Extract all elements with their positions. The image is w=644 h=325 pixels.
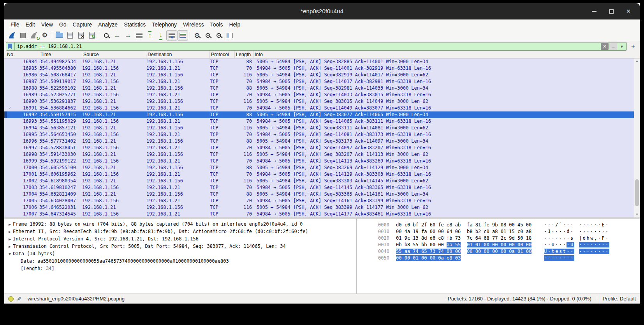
table-row[interactable]: 16985354.495504380192.168.1.156192.168.1…	[4, 65, 640, 72]
menu-item-file[interactable]: File	[7, 20, 23, 29]
table-row[interactable]: 17007354.647324545192.168.1.156192.168.1…	[4, 211, 640, 217]
reload-file-icon[interactable]: ↻	[86, 30, 97, 41]
table-row[interactable]: 16999354.592199122192.168.1.156192.168.1…	[4, 158, 640, 164]
save-file-icon[interactable]	[65, 30, 76, 41]
hex-row[interactable]: 0000d0 c0 bf 2f 60 fe e8 abfa 81 fe 9b 0…	[378, 222, 640, 228]
hex-row[interactable]: 001000 4a 19 fa 00 00 64 06b8 b2 c0 a8 0…	[378, 228, 640, 235]
column-header-time[interactable]: Time	[39, 51, 82, 58]
expert-info-icon[interactable]	[8, 296, 14, 302]
menu-item-tools[interactable]: Tools	[207, 20, 226, 29]
table-row[interactable]: 16996354.577731402192.168.1.21192.168.1.…	[4, 138, 640, 145]
column-header-source[interactable]: Source	[82, 51, 146, 58]
expander-open-icon[interactable]: ▼	[7, 250, 13, 258]
go-forward-icon[interactable]: →	[123, 30, 134, 41]
go-to-top-icon[interactable]: ↑	[144, 30, 155, 41]
filter-text[interactable]: ip.addr == 192.168.1.21	[17, 44, 601, 49]
go-back-icon[interactable]: ←	[112, 30, 123, 41]
table-row[interactable]: 16994354.563857121192.168.1.21192.168.1.…	[4, 125, 640, 131]
open-file-icon[interactable]	[54, 30, 65, 41]
table-row[interactable]: 16995354.564653450192.168.1.156192.168.1…	[4, 131, 640, 138]
detail-line[interactable]: ▶Internet Protocol Version 4, Src: 192.1…	[7, 235, 356, 243]
detail-line[interactable]: ▶Ethernet II, Src: ReecamTech_81:fe:9b (…	[7, 228, 356, 235]
restart-capture-icon[interactable]: ↻	[28, 30, 39, 41]
pane-splitter[interactable]: ·····	[4, 217, 640, 219]
zoom-in-icon[interactable]: +	[192, 30, 202, 41]
table-row[interactable]: 16990354.536291837192.168.1.21192.168.1.…	[4, 98, 640, 105]
scrollbar-thumb[interactable]	[635, 179, 639, 206]
packet-list-scrollbar[interactable]: ▲ ▼	[634, 58, 640, 217]
hex-row[interactable]: 004055 aa 74 65 73 74 00 0000 00 00 00 0…	[378, 248, 640, 255]
table-row[interactable]: 17000354.605255100192.168.1.21192.168.1.…	[4, 164, 640, 171]
table-row[interactable]: 16988354.522593102192.168.1.21192.168.1.…	[4, 85, 640, 92]
detail-line[interactable]: ▶Frame 16992: 88 bytes on wire (704 bits…	[7, 221, 356, 228]
menu-item-statistics[interactable]: Statistics	[121, 20, 149, 29]
scroll-up-icon[interactable]: ▲	[635, 58, 639, 64]
zoom-original-icon[interactable]: =	[213, 30, 224, 41]
column-header-no[interactable]: No.	[4, 51, 39, 58]
menu-item-capture[interactable]: Capture	[70, 20, 95, 29]
detail-line[interactable]: ▼Data (34 bytes)	[7, 250, 356, 258]
column-header-protocol[interactable]: Protocol	[210, 51, 235, 58]
capture-comment-icon[interactable]: ✎	[17, 296, 21, 302]
expander-closed-icon[interactable]: ▶	[7, 228, 13, 235]
detail-line[interactable]: Data: aa55010100000000000055aa7465737400…	[7, 258, 356, 265]
titlebar[interactable]: *enp0s20f0u4u4 ✕	[4, 3, 640, 19]
expander-closed-icon[interactable]: ▶	[7, 221, 13, 228]
table-row[interactable]: 16997354.578838451192.168.1.156192.168.1…	[4, 145, 640, 151]
column-header-length[interactable]: Length	[235, 51, 253, 58]
minimize-button[interactable]	[588, 5, 600, 17]
table-row[interactable]: 17001354.606195962192.168.1.156192.168.1…	[4, 171, 640, 178]
filter-clear-button[interactable]: ✕	[601, 43, 609, 50]
table-row[interactable]: 16992354.550157415192.168.1.21192.168.1.…	[4, 111, 640, 118]
go-to-bottom-icon[interactable]: ↓	[155, 30, 166, 41]
table-row[interactable]: 16986354.508768417192.168.1.21192.168.1.…	[4, 72, 640, 78]
auto-scroll-icon[interactable]	[166, 30, 177, 41]
capture-options-icon[interactable]: ⚙	[39, 30, 50, 41]
hex-row[interactable]: 005000 00 01 00 00 0a e8 03········	[378, 255, 640, 261]
column-header-destination[interactable]: Destination	[146, 51, 210, 58]
display-filter-input[interactable]: ip.addr == 192.168.1.21 ✕ → ▼	[6, 42, 627, 51]
table-row[interactable]: 16984354.494982534192.168.1.21192.168.1.…	[4, 58, 640, 65]
column-header-info[interactable]: Info	[253, 51, 640, 58]
go-to-packet-icon[interactable]: →	[134, 30, 144, 41]
close-button[interactable]: ✕	[623, 5, 634, 17]
table-row[interactable]: 16993354.551195029192.168.1.156192.168.1…	[4, 118, 640, 125]
detail-line[interactable]: [Length: 34]	[7, 265, 356, 272]
stop-capture-icon[interactable]	[18, 30, 28, 41]
menu-item-analyze[interactable]: Analyze	[95, 20, 121, 29]
colorize-icon[interactable]	[177, 30, 188, 41]
menu-item-wireless[interactable]: Wireless	[180, 20, 207, 29]
resize-columns-icon[interactable]	[224, 30, 235, 41]
profile-label[interactable]: Profile: Default	[603, 296, 636, 302]
menu-item-go[interactable]: Go	[56, 20, 70, 29]
table-row[interactable]: ✓16991354.536884662192.168.1.156192.168.…	[4, 105, 640, 111]
filter-bookmark-icon[interactable]	[8, 44, 12, 49]
hex-row[interactable]: 00300b b8 55 bb 00 00 aa 5501 01 00 00 0…	[378, 242, 640, 248]
scrollbar-track[interactable]	[634, 64, 640, 212]
menu-item-telephony[interactable]: Telephony	[149, 20, 180, 29]
hex-row[interactable]: 002001 9c 13 8d d6 c8 fb 737c 64 68 77 2…	[378, 235, 640, 242]
filter-add-button[interactable]: +	[629, 42, 637, 51]
expander-closed-icon[interactable]: ▶	[7, 235, 13, 243]
zoom-out-icon[interactable]: −	[202, 30, 213, 41]
table-row[interactable]: 17004354.632821409192.168.1.21192.168.1.…	[4, 191, 640, 198]
expander-closed-icon[interactable]: ▶	[7, 243, 13, 250]
start-capture-icon[interactable]	[7, 30, 18, 41]
scroll-down-icon[interactable]: ▼	[635, 212, 639, 217]
table-row[interactable]: 16998354.591433030192.168.1.21192.168.1.…	[4, 151, 640, 158]
menu-item-view[interactable]: View	[38, 20, 56, 29]
menu-item-help[interactable]: Help	[226, 20, 243, 29]
detail-line[interactable]: ▶Transmission Control Protocol, Src Port…	[7, 243, 356, 250]
table-row[interactable]: 17002354.618980354192.168.1.21192.168.1.…	[4, 178, 640, 184]
table-row[interactable]: 17003354.619810247192.168.1.156192.168.1…	[4, 184, 640, 191]
table-row[interactable]: 17005354.634028007192.168.1.156192.168.1…	[4, 198, 640, 204]
table-row[interactable]: 16989354.523025771192.168.1.156192.168.1…	[4, 92, 640, 98]
menu-item-edit[interactable]: Edit	[23, 20, 38, 29]
table-row[interactable]: 17006354.646522031192.168.1.21192.168.1.…	[4, 204, 640, 211]
maximize-button[interactable]	[605, 5, 617, 17]
find-packet-icon[interactable]	[101, 30, 112, 41]
filter-apply-button[interactable]: →	[609, 43, 617, 50]
filter-dropdown-chevron-icon[interactable]: ▼	[618, 43, 626, 50]
close-file-icon[interactable]: ✕	[76, 30, 86, 41]
table-row[interactable]: 16987354.509119017192.168.1.156192.168.1…	[4, 78, 640, 85]
